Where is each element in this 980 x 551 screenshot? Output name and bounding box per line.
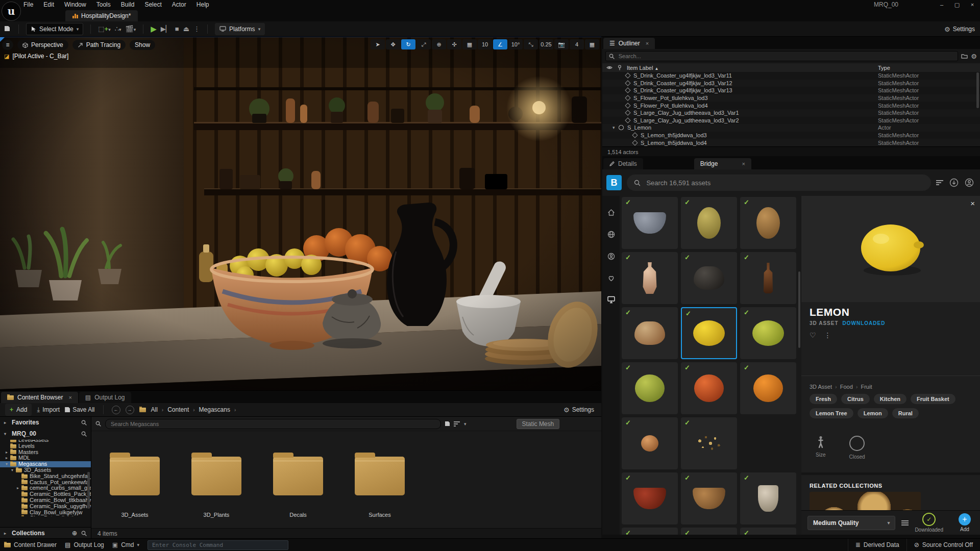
- asset-card[interactable]: ✓: [740, 528, 796, 535]
- details-tab[interactable]: Details: [603, 158, 643, 169]
- home-icon[interactable]: [607, 208, 616, 217]
- breadcrumb-item[interactable]: Fruit: [861, 384, 872, 390]
- breadcrumb-item[interactable]: 3D Asset: [810, 384, 832, 390]
- quality-dropdown[interactable]: Medium Quality▾: [807, 516, 895, 530]
- outliner-row[interactable]: S_Large_Clay_Jug_udtheeava_lod3_Var1 Sta…: [602, 109, 980, 117]
- frame-skip-button[interactable]: ▶▏: [161, 25, 171, 33]
- select-mode-dropdown[interactable]: Select Mode▾: [26, 23, 83, 35]
- viewport-layout-icon[interactable]: ▦: [585, 39, 599, 49]
- save-search-icon[interactable]: [445, 420, 450, 428]
- tree-item[interactable]: Bike_Stand_uhcgehnfa_3d: [0, 473, 91, 480]
- search-icon[interactable]: [81, 531, 87, 536]
- camera-speed-icon[interactable]: 📷: [554, 39, 569, 49]
- asset-card[interactable]: ✓: [622, 417, 678, 469]
- search-icon[interactable]: [81, 431, 87, 437]
- maximize-button[interactable]: ▢: [949, 0, 965, 9]
- column-type[interactable]: Type: [878, 65, 890, 71]
- asset-card[interactable]: ✓: [681, 307, 737, 359]
- scale-snap-value[interactable]: 0.25: [539, 39, 553, 49]
- root-section[interactable]: ▾MRQ_00: [0, 428, 91, 439]
- import-button[interactable]: ⤓Import: [37, 406, 60, 414]
- menu-item[interactable]: File: [23, 1, 33, 8]
- content-drawer-button[interactable]: Content Drawer: [4, 541, 57, 548]
- asset-card[interactable]: ✓: [740, 472, 796, 524]
- asset-card[interactable]: ✓: [622, 197, 678, 249]
- console-command-field[interactable]: [148, 540, 288, 550]
- filter-caret-icon[interactable]: ▾: [464, 421, 467, 427]
- outliner-row[interactable]: S_Drink_Coaster_ug4lfjkjw_lod3_Var13 Sta…: [602, 87, 980, 94]
- menu-item[interactable]: Edit: [43, 1, 54, 8]
- bridge-search-input[interactable]: [645, 179, 924, 187]
- outliner-search[interactable]: [605, 51, 958, 61]
- eject-button[interactable]: ⏏: [183, 25, 189, 33]
- source-control-button[interactable]: ⊘ Source Control Off: [914, 541, 973, 548]
- viewport-perspective-button[interactable]: Perspective: [17, 40, 68, 50]
- outliner-row[interactable]: S_Large_Clay_Jug_udtheeava_lod3_Var2 Sta…: [602, 117, 980, 124]
- asset-search-input[interactable]: [110, 420, 436, 428]
- grid-scrollbar[interactable]: [798, 271, 800, 348]
- visibility-eye-icon[interactable]: [606, 65, 612, 70]
- bridge-search[interactable]: [627, 174, 931, 191]
- tree-item[interactable]: Clay_Pot_ueilahthw: [0, 515, 91, 516]
- tag-pill[interactable]: Citrus: [841, 394, 870, 404]
- toolbar-settings-button[interactable]: ⚙ Settings: [944, 21, 975, 37]
- rotate-tool-icon[interactable]: ↻: [401, 39, 415, 49]
- column-item-label[interactable]: Item Label ▲: [627, 65, 658, 71]
- folder-tile[interactable]: 3D_Plants: [191, 457, 241, 529]
- camera-speed-value[interactable]: 4: [570, 39, 584, 49]
- back-icon[interactable]: ←: [112, 406, 120, 414]
- search-icon[interactable]: [81, 420, 87, 425]
- scale-snap-icon[interactable]: ⤡: [524, 39, 538, 49]
- viewport-lit-mode-button[interactable]: Path Tracing: [72, 40, 126, 50]
- close-icon[interactable]: ×: [742, 161, 745, 167]
- outliner-row[interactable]: S_Flower_Pot_tlulehkva_lod3 StaticMeshAc…: [602, 94, 980, 102]
- asset-card[interactable]: ✓: [681, 417, 737, 469]
- breadcrumb-item[interactable]: All: [151, 406, 158, 413]
- folder-tile[interactable]: Decals: [273, 457, 323, 529]
- output-log-button[interactable]: ▤ Output Log: [65, 541, 104, 548]
- static-mesh-filter-chip[interactable]: Static Mesh: [517, 419, 560, 429]
- forward-icon[interactable]: →: [126, 406, 134, 414]
- tree-item[interactable]: ▸ Masters: [0, 449, 91, 456]
- asset-card[interactable]: ✓: [740, 252, 796, 304]
- tag-pill[interactable]: Fresh: [810, 394, 837, 404]
- asset-card[interactable]: ✓: [622, 472, 678, 524]
- cinematics-icon[interactable]: 🎬▾: [125, 25, 136, 33]
- tag-pill[interactable]: Kitchen: [874, 394, 906, 404]
- asset-card[interactable]: ✓: [622, 362, 678, 414]
- pin-icon[interactable]: [618, 65, 622, 70]
- asset-card[interactable]: ✓: [622, 528, 678, 535]
- user-icon[interactable]: [607, 252, 616, 261]
- folder-tile[interactable]: Surfaces: [355, 457, 405, 529]
- asset-card[interactable]: ✓: [681, 197, 737, 249]
- console-command-input[interactable]: [151, 541, 285, 549]
- save-all-button[interactable]: Save All: [65, 406, 94, 413]
- outliner-row[interactable]: S_Drink_Coaster_ug4lfjkjw_lod3_Var12 Sta…: [602, 80, 980, 87]
- favorites-section[interactable]: ▸Favorites: [0, 417, 91, 428]
- menu-item[interactable]: Tools: [96, 1, 111, 8]
- menu-item[interactable]: Help: [197, 1, 209, 8]
- filter-funnel-icon[interactable]: [454, 421, 460, 427]
- breadcrumb-item[interactable]: Food: [840, 384, 853, 390]
- minimize-button[interactable]: –: [934, 0, 949, 9]
- level-tab[interactable]: HospitalityDesign*: [65, 10, 138, 21]
- outliner-search-input[interactable]: [618, 53, 955, 60]
- asset-card[interactable]: ✓: [622, 307, 678, 359]
- surface-snap-icon[interactable]: ✣: [447, 39, 461, 49]
- outliner-row[interactable]: S_Drink_Coaster_ug4lfjkjw_lod3_Var11 Sta…: [602, 72, 980, 80]
- close-button[interactable]: ×: [965, 0, 980, 9]
- platforms-dropdown[interactable]: Platforms▾: [215, 23, 265, 35]
- viewport[interactable]: ≡ Perspective Path Tracing Show ➤ ✥ ↻ ⤢ …: [0, 37, 601, 391]
- tree-item[interactable]: ▾ 3D_Assets: [0, 467, 91, 473]
- blueprints-icon[interactable]: ∴▾: [115, 25, 121, 33]
- add-button[interactable]: +Add: [5, 404, 32, 416]
- favorite-heart-icon[interactable]: ♡: [810, 331, 816, 339]
- tree-item[interactable]: Ceramic_Flask_ugygfhdva: [0, 504, 91, 510]
- stop-button[interactable]: ■: [175, 25, 179, 33]
- favorites-heart-icon[interactable]: [607, 274, 616, 282]
- tree-item[interactable]: Ceramic_Bowl_tltkbaahw: [0, 497, 91, 504]
- outliner-tab[interactable]: ☰ Outliner ×: [603, 38, 655, 49]
- outliner-row[interactable]: S_Flower_Pot_tlulehkva_lod4 StaticMeshAc…: [602, 102, 980, 109]
- outliner-row[interactable]: S_Lemon_th5jddwva_lod4 StaticMeshActor: [602, 139, 980, 146]
- outliner-row[interactable]: ▾ S_Lemon Actor: [602, 124, 980, 132]
